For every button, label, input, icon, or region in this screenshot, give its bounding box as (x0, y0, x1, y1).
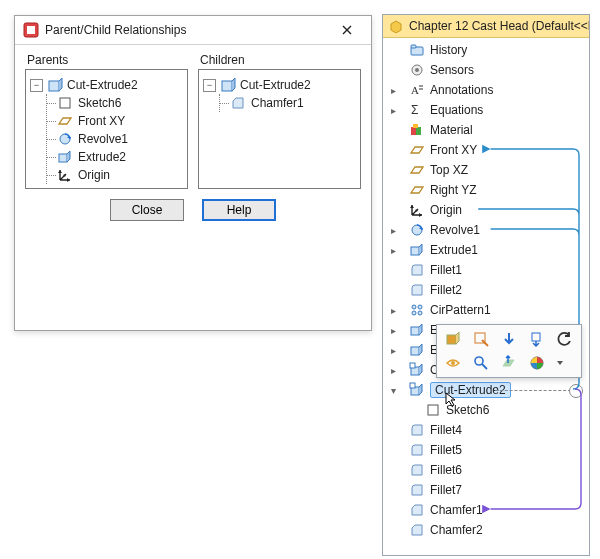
expand-icon[interactable]: ▸ (387, 105, 399, 116)
feature-label: Fillet5 (430, 443, 462, 457)
appearance-icon[interactable] (527, 353, 547, 373)
fillet-icon (409, 442, 425, 458)
dialog-titlebar[interactable]: Parent/Child Relationships (15, 16, 371, 45)
collapse-icon[interactable]: − (203, 79, 216, 92)
help-button[interactable]: Help (202, 199, 276, 221)
feature-row[interactable]: ▸Revolve1 (387, 220, 589, 240)
svg-rect-22 (411, 327, 419, 335)
cutext-icon (409, 362, 425, 378)
svg-rect-15 (413, 124, 418, 128)
feature-label: Fillet4 (430, 423, 462, 437)
edit-sketch-icon[interactable] (471, 329, 491, 349)
feature-row[interactable]: Fillet4 (387, 420, 589, 440)
rollback-handle[interactable] (569, 384, 583, 398)
feature-row[interactable]: Origin (387, 200, 589, 220)
parents-listbox[interactable]: − Cut-Extrude2 Sketch6Front XYRevolve1Ex… (25, 69, 188, 189)
feature-row[interactable]: Fillet6 (387, 460, 589, 480)
svg-rect-28 (428, 405, 438, 415)
hide-icon[interactable] (443, 353, 463, 373)
undo-icon[interactable] (555, 329, 575, 349)
expand-icon[interactable]: ▸ (387, 365, 399, 376)
zoom-icon[interactable] (471, 353, 491, 373)
feature-label: Fillet1 (430, 263, 462, 277)
children-root-row[interactable]: − Cut-Extrude2 (203, 76, 356, 94)
svg-point-19 (418, 305, 422, 309)
feature-row[interactable]: Right YZ (387, 180, 589, 200)
feature-manager-tree[interactable]: Chapter 12 Cast Head (Default<<Defau His… (382, 14, 590, 556)
tree-header[interactable]: Chapter 12 Cast Head (Default<<Defau (383, 15, 589, 38)
extrude-icon (409, 242, 425, 258)
normal-to-icon[interactable] (499, 353, 519, 373)
feature-row[interactable]: ▸Extrude1 (387, 240, 589, 260)
close-icon[interactable] (327, 19, 367, 41)
tree-item[interactable]: Sketch6 (57, 94, 183, 112)
children-listbox[interactable]: − Cut-Extrude2 Chamfer1 (198, 69, 361, 189)
parents-label: Parents (27, 53, 188, 67)
suppress-icon[interactable] (499, 329, 519, 349)
expand-icon[interactable]: ▸ (387, 305, 399, 316)
svg-rect-13 (411, 127, 416, 135)
chamfer-icon (409, 502, 425, 518)
rollback-icon[interactable] (527, 329, 547, 349)
feature-row[interactable]: Front XY (387, 140, 589, 160)
plane-icon (409, 162, 425, 178)
collapse-icon[interactable]: − (30, 79, 43, 92)
feature-label: Chamfer1 (430, 503, 483, 517)
chamfer-icon (409, 522, 425, 538)
tree-item[interactable]: Origin (57, 166, 183, 184)
feature-row[interactable]: Fillet1 (387, 260, 589, 280)
feature-row[interactable]: Material (387, 120, 589, 140)
feature-row[interactable]: History (387, 40, 589, 60)
feature-row[interactable]: Fillet2 (387, 280, 589, 300)
feature-label: Sketch6 (446, 403, 489, 417)
feature-row[interactable]: ▾Cut-Extrude2 (387, 380, 589, 400)
expand-icon[interactable]: ▸ (387, 245, 399, 256)
tree-item[interactable]: Chamfer1 (230, 94, 356, 112)
expand-icon[interactable]: ▸ (387, 345, 399, 356)
svg-rect-2 (49, 81, 59, 91)
cut-extrude-icon (220, 77, 236, 93)
expand-icon[interactable]: ▸ (387, 85, 399, 96)
chamfer-icon (230, 95, 246, 111)
dialog-title: Parent/Child Relationships (45, 23, 327, 37)
feature-row[interactable]: ▸AAnnotations (387, 80, 589, 100)
svg-rect-6 (222, 81, 232, 91)
extrude-icon (409, 342, 425, 358)
feature-label: Material (430, 123, 473, 137)
sketch-icon (57, 95, 73, 111)
expand-icon[interactable]: ▸ (387, 325, 399, 336)
feature-row[interactable]: Chamfer2 (387, 520, 589, 540)
feature-row[interactable]: Top XZ (387, 160, 589, 180)
feature-label: Fillet2 (430, 283, 462, 297)
expand-icon[interactable]: ▾ (387, 385, 399, 396)
svg-text:Σ: Σ (411, 103, 418, 117)
feature-row[interactable]: Chamfer1 (387, 500, 589, 520)
tree-item[interactable]: Extrude2 (57, 148, 183, 166)
feature-row[interactable]: Sensors (387, 60, 589, 80)
tree-item-label: Revolve1 (78, 132, 128, 146)
svg-point-18 (412, 305, 416, 309)
svg-point-20 (412, 311, 416, 315)
children-root-label: Cut-Extrude2 (240, 78, 311, 92)
parent-child-dialog: Parent/Child Relationships Parents − Cut… (14, 15, 372, 331)
fillet-icon (409, 422, 425, 438)
material-icon (409, 122, 425, 138)
feature-row[interactable]: Fillet7 (387, 480, 589, 500)
svg-rect-23 (411, 347, 419, 355)
context-toolbar[interactable] (436, 324, 582, 378)
close-button[interactable]: Close (110, 199, 184, 221)
feature-row[interactable]: ▸ΣEquations (387, 100, 589, 120)
feature-row[interactable]: Fillet5 (387, 440, 589, 460)
tree-item[interactable]: Revolve1 (57, 130, 183, 148)
feature-row[interactable]: Sketch6 (387, 400, 589, 420)
expand-icon[interactable]: ▸ (387, 225, 399, 236)
parents-root-label: Cut-Extrude2 (67, 78, 138, 92)
svg-point-33 (475, 357, 483, 365)
tree-item[interactable]: Front XY (57, 112, 183, 130)
edit-feature-icon[interactable] (443, 329, 463, 349)
fillet-icon (409, 282, 425, 298)
feature-row[interactable]: ▸CirPattern1 (387, 300, 589, 320)
parents-root-row[interactable]: − Cut-Extrude2 (30, 76, 183, 94)
svg-rect-27 (410, 383, 415, 388)
appearance-dropdown-icon[interactable] (555, 353, 565, 373)
